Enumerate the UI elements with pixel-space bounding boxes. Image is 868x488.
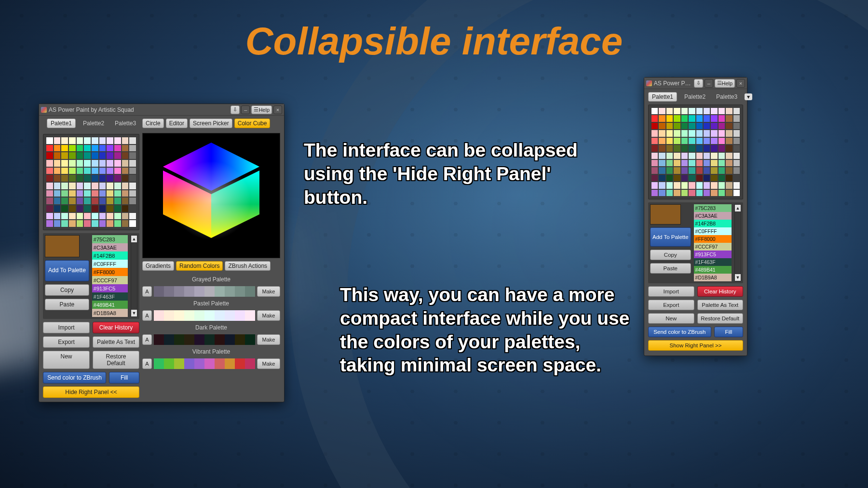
mini-swatch[interactable] bbox=[204, 310, 215, 321]
palette-swatch[interactable] bbox=[726, 123, 732, 129]
palette-swatch[interactable] bbox=[651, 182, 658, 188]
palette-swatch[interactable] bbox=[69, 152, 76, 159]
palette-swatch[interactable] bbox=[689, 160, 695, 166]
palette-swatch[interactable] bbox=[696, 123, 703, 129]
tab-palette2[interactable]: Palette2 bbox=[80, 119, 108, 128]
palette-swatch[interactable] bbox=[696, 153, 703, 159]
palette-swatch[interactable] bbox=[726, 160, 732, 166]
palette-swatch[interactable] bbox=[61, 190, 68, 197]
palette-swatch[interactable] bbox=[666, 115, 673, 121]
palette-swatch[interactable] bbox=[651, 123, 658, 129]
palette-swatch[interactable] bbox=[696, 115, 703, 121]
palette-swatch[interactable] bbox=[84, 220, 91, 227]
palette-swatch[interactable] bbox=[733, 153, 740, 159]
palette-swatch[interactable] bbox=[92, 168, 98, 174]
mode-color-cube[interactable]: Color Cube bbox=[234, 119, 271, 128]
history-item[interactable]: #14F2B8 bbox=[694, 220, 732, 227]
mini-swatch[interactable] bbox=[184, 358, 194, 369]
mini-swatch[interactable] bbox=[245, 286, 255, 297]
palette-swatch[interactable] bbox=[129, 137, 136, 144]
palette-swatch[interactable] bbox=[114, 205, 121, 212]
close-button[interactable]: × bbox=[273, 106, 282, 114]
palette-swatch[interactable] bbox=[674, 153, 680, 159]
mini-swatch[interactable] bbox=[174, 334, 184, 345]
palette-swatch[interactable] bbox=[689, 145, 695, 151]
dark-swatches[interactable] bbox=[154, 334, 255, 345]
palette-swatch[interactable] bbox=[659, 138, 665, 144]
palette-swatch[interactable] bbox=[674, 175, 680, 181]
palette-swatch[interactable] bbox=[92, 160, 98, 167]
palette-swatch[interactable] bbox=[704, 190, 710, 196]
palette-swatch[interactable] bbox=[122, 137, 129, 144]
palette-swatch[interactable] bbox=[681, 108, 688, 114]
palette-swatch[interactable] bbox=[84, 213, 91, 220]
palette-swatch[interactable] bbox=[659, 167, 665, 173]
mini-swatch[interactable] bbox=[154, 310, 164, 321]
export-button[interactable]: Export bbox=[43, 336, 90, 348]
mini-swatch[interactable] bbox=[194, 310, 204, 321]
palette-swatch[interactable] bbox=[107, 183, 113, 189]
palette-swatch[interactable] bbox=[77, 175, 83, 182]
palette-swatch[interactable] bbox=[61, 152, 68, 159]
scroll-down-icon[interactable]: ▼ bbox=[131, 310, 137, 317]
history-item[interactable]: #C3A3AE bbox=[694, 212, 732, 220]
palette-swatch[interactable] bbox=[122, 198, 129, 204]
palette-swatch[interactable] bbox=[84, 183, 91, 189]
palette-swatch[interactable] bbox=[711, 182, 717, 188]
palette-swatch[interactable] bbox=[681, 145, 688, 151]
palette-swatch[interactable] bbox=[696, 190, 703, 196]
history-item[interactable]: #1F463F bbox=[92, 292, 128, 301]
palette-swatch[interactable] bbox=[114, 137, 121, 144]
history-scrollbar[interactable]: ▲ ▼ bbox=[131, 235, 137, 317]
palette-swatch[interactable] bbox=[719, 130, 725, 136]
palette-swatch[interactable] bbox=[122, 205, 129, 212]
palette-swatch[interactable] bbox=[733, 130, 740, 136]
palette-swatch[interactable] bbox=[92, 145, 98, 152]
palette-swatch[interactable] bbox=[107, 152, 113, 159]
palette-swatch[interactable] bbox=[719, 123, 725, 129]
palette-swatch[interactable] bbox=[666, 175, 673, 181]
palette-swatch[interactable] bbox=[704, 138, 710, 144]
palette-swatch[interactable] bbox=[681, 153, 688, 159]
mini-swatch[interactable] bbox=[174, 310, 184, 321]
mini-swatch[interactable] bbox=[154, 334, 164, 345]
palette-swatch[interactable] bbox=[711, 167, 717, 173]
palette-swatch[interactable] bbox=[681, 123, 688, 129]
palette-swatch[interactable] bbox=[61, 205, 68, 212]
palette-swatch[interactable] bbox=[726, 153, 732, 159]
help-dropdown[interactable]: ☰ Help bbox=[715, 79, 735, 88]
palette-swatch[interactable] bbox=[99, 168, 106, 174]
history-item[interactable]: #CCCF97 bbox=[694, 243, 732, 251]
color-cube-picker[interactable] bbox=[142, 133, 280, 258]
palette-swatch[interactable] bbox=[46, 213, 53, 220]
palette-as-text-button[interactable]: Palette As Text bbox=[93, 336, 139, 348]
palette-swatch[interactable] bbox=[704, 123, 710, 129]
mini-swatch[interactable] bbox=[174, 286, 184, 297]
palette-swatch[interactable] bbox=[99, 220, 106, 227]
copy-button[interactable]: Copy bbox=[650, 250, 691, 260]
palette-swatch[interactable] bbox=[54, 190, 61, 197]
grayed-apply-button[interactable]: A bbox=[142, 286, 152, 297]
palette-swatch[interactable] bbox=[54, 145, 61, 152]
palette-swatch[interactable] bbox=[719, 175, 725, 181]
titlebar[interactable]: AS Power Paint by Artistic Squad ⇩ – ☰ H… bbox=[39, 104, 284, 116]
palette-swatch[interactable] bbox=[733, 145, 740, 151]
palette-swatch[interactable] bbox=[689, 190, 695, 196]
palette-swatch[interactable] bbox=[46, 145, 53, 152]
palette-swatch[interactable] bbox=[689, 123, 695, 129]
history-item[interactable]: #75C283 bbox=[694, 204, 732, 212]
palette-swatch[interactable] bbox=[77, 205, 83, 212]
palette-swatch[interactable] bbox=[681, 190, 688, 196]
subtab-zbrush-actions[interactable]: ZBrush Actions bbox=[225, 261, 271, 271]
palette-swatch[interactable] bbox=[92, 152, 98, 159]
palette-swatch[interactable] bbox=[61, 160, 68, 167]
mini-swatch[interactable] bbox=[164, 334, 174, 345]
mini-swatch[interactable] bbox=[225, 310, 235, 321]
palette-swatch[interactable] bbox=[719, 190, 725, 196]
palette-swatch[interactable] bbox=[719, 108, 725, 114]
palette-swatch[interactable] bbox=[54, 205, 61, 212]
palette-swatch[interactable] bbox=[107, 190, 113, 197]
palette-swatch[interactable] bbox=[726, 190, 732, 196]
mini-swatch[interactable] bbox=[235, 286, 245, 297]
palette-swatch[interactable] bbox=[61, 183, 68, 189]
